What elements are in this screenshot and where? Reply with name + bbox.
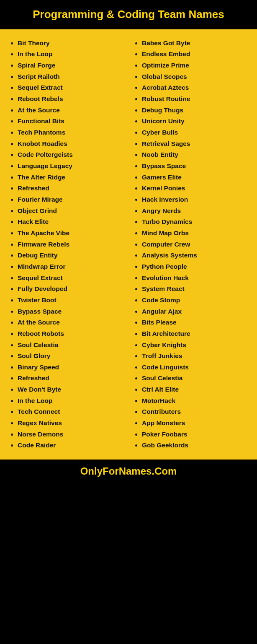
list-item: Sequel Extract bbox=[18, 273, 124, 284]
list-item: Bypass Space bbox=[142, 161, 249, 172]
list-item: Knobot Roadies bbox=[18, 138, 124, 150]
list-item: Evolution Hack bbox=[142, 273, 249, 284]
list-item: Hack Elite bbox=[18, 216, 124, 228]
list-item: In the Loop bbox=[18, 49, 124, 60]
list-item: Debug Entity bbox=[18, 250, 124, 261]
list-item: System React bbox=[142, 283, 249, 295]
list-item: We Don't Byte bbox=[18, 384, 124, 395]
list-item: Tech Connect bbox=[18, 406, 124, 418]
list-item: Cyber Knights bbox=[142, 340, 249, 351]
footer-text: OnlyForNames.Com bbox=[80, 465, 177, 477]
list-item: Mind Map Orbs bbox=[142, 228, 249, 239]
list-item: Global Scopes bbox=[142, 71, 249, 83]
list-item: Noob Entity bbox=[142, 149, 249, 161]
list-item: Reboot Robots bbox=[18, 328, 124, 340]
list-item: Cyber Bulls bbox=[142, 127, 249, 138]
list-item: Twister Boot bbox=[18, 295, 124, 306]
list-item: Babes Got Byte bbox=[142, 38, 249, 49]
list-item: The Apache Vibe bbox=[18, 228, 124, 239]
list-item: Angular Ajax bbox=[142, 306, 249, 317]
list-item: Kernel Ponies bbox=[142, 183, 249, 194]
footer: OnlyForNames.Com bbox=[0, 460, 257, 483]
list-item: At the Source bbox=[18, 105, 124, 116]
list-item: Fully Developed bbox=[18, 283, 124, 295]
list-item: Code Stomp bbox=[142, 295, 249, 306]
list-item: Sequel Extract bbox=[18, 82, 124, 93]
list-item: Soul Celestia bbox=[18, 340, 124, 351]
list-item: Language Legacy bbox=[18, 161, 124, 172]
list-item: Code Linguists bbox=[142, 362, 249, 373]
list-item: Bypass Space bbox=[18, 306, 124, 317]
list-item: Ctrl Alt Elite bbox=[142, 384, 249, 395]
list-item: App Monsters bbox=[142, 418, 249, 429]
list-item: Acrobat Aztecs bbox=[142, 82, 249, 93]
right-list: Babes Got ByteEndless EmbedOptimize Prim… bbox=[133, 38, 249, 451]
left-column: Bit TheoryIn the LoopSpiral ForgeScript … bbox=[4, 38, 128, 451]
list-item: In the Loop bbox=[18, 395, 124, 407]
list-item: Python People bbox=[142, 261, 249, 273]
list-item: Object Grind bbox=[18, 205, 124, 217]
list-item: Turbo Dynamics bbox=[142, 216, 249, 228]
list-item: Code Raider bbox=[18, 440, 124, 451]
list-item: Tech Phantoms bbox=[18, 127, 124, 138]
list-item: Code Poltergeists bbox=[18, 149, 124, 161]
two-column-list: Bit TheoryIn the LoopSpiral ForgeScript … bbox=[4, 38, 253, 451]
header: Programming & Coding Team Names bbox=[0, 0, 257, 29]
list-item: MotorHack bbox=[142, 395, 249, 407]
list-item: Gamers Elite bbox=[142, 172, 249, 183]
list-item: Computer Crew bbox=[142, 239, 249, 250]
list-item: Norse Demons bbox=[18, 429, 124, 440]
list-item: Refreshed bbox=[18, 183, 124, 194]
list-item: Bits Please bbox=[142, 317, 249, 328]
list-item: Regex Natives bbox=[18, 418, 124, 429]
list-item: The Alter Ridge bbox=[18, 172, 124, 183]
list-item: Bit Theory bbox=[18, 38, 124, 49]
content-area: Bit TheoryIn the LoopSpiral ForgeScript … bbox=[0, 29, 257, 460]
list-item: Analysis Systems bbox=[142, 250, 249, 261]
list-item: Fourier Mirage bbox=[18, 194, 124, 205]
list-item: Soul Glory bbox=[18, 351, 124, 362]
list-item: Optimize Prime bbox=[142, 60, 249, 71]
list-item: Troff Junkies bbox=[142, 351, 249, 362]
list-item: Debug Thugs bbox=[142, 105, 249, 116]
list-item: Binary Speed bbox=[18, 362, 124, 373]
list-item: Endless Embed bbox=[142, 49, 249, 60]
list-item: Contributers bbox=[142, 406, 249, 418]
list-item: Angry Nerds bbox=[142, 205, 249, 217]
right-column: Babes Got ByteEndless EmbedOptimize Prim… bbox=[128, 38, 253, 451]
list-item: Mindwrap Error bbox=[18, 261, 124, 273]
left-list: Bit TheoryIn the LoopSpiral ForgeScript … bbox=[8, 38, 124, 451]
list-item: Spiral Forge bbox=[18, 60, 124, 71]
list-item: Retrieval Sages bbox=[142, 138, 249, 150]
list-item: Reboot Rebels bbox=[18, 93, 124, 105]
list-item: Poker Foobars bbox=[142, 429, 249, 440]
list-item: Soul Celestia bbox=[142, 373, 249, 384]
list-item: Refreshed bbox=[18, 373, 124, 384]
list-item: Unicorn Unity bbox=[142, 116, 249, 127]
list-item: Firmware Rebels bbox=[18, 239, 124, 250]
page-title: Programming & Coding Team Names bbox=[8, 8, 249, 22]
list-item: Script Railoth bbox=[18, 71, 124, 83]
list-item: Bit Architecture bbox=[142, 328, 249, 340]
list-item: At the Source bbox=[18, 317, 124, 328]
list-item: Functional Bits bbox=[18, 116, 124, 127]
list-item: Gob Geeklords bbox=[142, 440, 249, 451]
list-item: Robust Routine bbox=[142, 93, 249, 105]
list-item: Hack Inversion bbox=[142, 194, 249, 205]
